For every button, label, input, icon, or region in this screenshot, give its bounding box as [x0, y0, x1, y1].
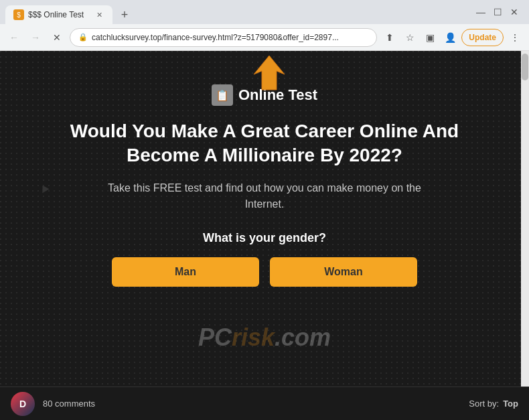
main-heading: Would You Make A Great Career Online And…: [64, 119, 465, 168]
gender-question: What is your gender?: [203, 231, 326, 245]
watermark-risk: risk: [232, 324, 275, 352]
watermark: PC risk .com: [198, 324, 331, 352]
forward-button[interactable]: →: [27, 29, 44, 46]
lock-icon: 🔒: [78, 33, 88, 42]
reload-button[interactable]: ✕: [48, 29, 66, 46]
sort-value: Top: [503, 399, 518, 409]
address-bar: ← → ✕ 🔒 catchlucksurvey.top/finance-surv…: [0, 24, 529, 51]
disqus-icon: D: [11, 392, 35, 416]
new-tab-button[interactable]: +: [115, 5, 134, 24]
tab-area: $ $$$ Online Test ✕ +: [5, 0, 134, 24]
back-button[interactable]: ←: [5, 29, 23, 46]
tab-title: $$$ Online Test: [28, 10, 84, 19]
comments-count: 80 comments: [43, 399, 95, 409]
watermark-com: .com: [275, 324, 331, 352]
toolbar-icons: ⬆ ☆ ▣ 👤 Update ⋮: [381, 29, 524, 46]
title-bar: $ $$$ Online Test ✕ + — ☐ ✕: [0, 0, 529, 24]
maximize-button[interactable]: ☐: [494, 7, 502, 17]
scrollbar[interactable]: [521, 51, 529, 387]
bottom-bar: D 80 comments Sort by: Top: [0, 387, 529, 420]
minimize-button[interactable]: —: [476, 7, 485, 17]
sort-label: Sort by:: [469, 399, 499, 409]
close-button[interactable]: ✕: [510, 7, 518, 17]
browser-frame: $ $$$ Online Test ✕ + — ☐ ✕ ← → ✕ 🔒 catc…: [0, 0, 529, 420]
svg-marker-0: [254, 56, 285, 90]
scrollbar-thumb: [522, 54, 528, 80]
window-controls: — ☐ ✕: [476, 7, 524, 17]
gender-buttons: Man Woman: [112, 257, 417, 287]
share-icon[interactable]: ⬆: [381, 29, 398, 46]
orange-arrow-indicator: [252, 54, 286, 91]
tab-close-button[interactable]: ✕: [94, 9, 104, 20]
page-content: 📋 Online Test Would You Make A Great Car…: [0, 51, 529, 387]
address-input[interactable]: 🔒 catchlucksurvey.top/finance-survey.htm…: [70, 28, 377, 47]
sort-area: Sort by: Top: [469, 399, 518, 409]
watermark-pc: PC: [198, 324, 232, 352]
profile-icon[interactable]: 👤: [441, 29, 459, 46]
extension-icon[interactable]: ▣: [421, 29, 439, 46]
update-button[interactable]: Update: [461, 29, 504, 46]
active-tab[interactable]: $ $$$ Online Test ✕: [5, 5, 112, 24]
new-tab-icon: +: [121, 8, 129, 22]
url-text: catchlucksurvey.top/finance-survey.html?…: [92, 33, 368, 42]
mouse-cursor: [39, 184, 49, 194]
sub-text: Take this FREE test and find out how you…: [97, 180, 432, 212]
menu-icon[interactable]: ⋮: [506, 29, 524, 46]
man-button[interactable]: Man: [112, 257, 259, 287]
update-label: Update: [469, 33, 496, 42]
logo-icon: 📋: [212, 84, 233, 106]
bookmark-icon[interactable]: ☆: [401, 29, 419, 46]
woman-button[interactable]: Woman: [270, 257, 417, 287]
tab-favicon: $: [13, 9, 24, 20]
